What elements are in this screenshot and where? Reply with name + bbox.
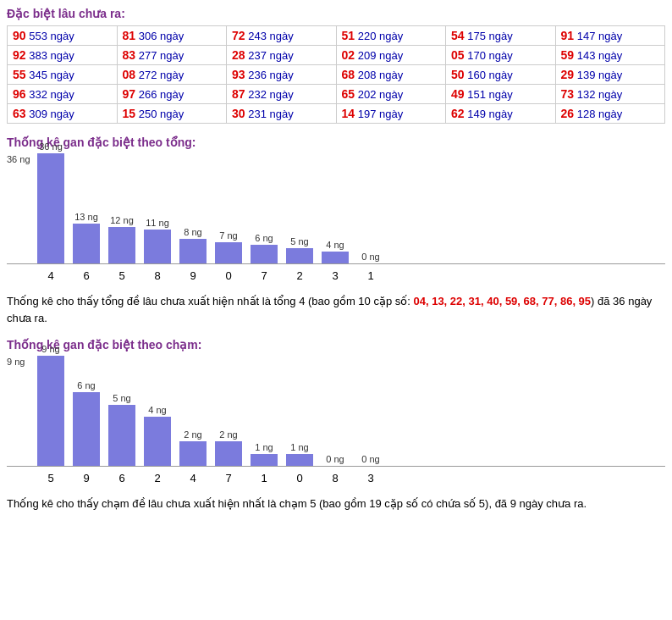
highlight-numbers: 04, 13, 22, 31, 40, 59, 68, 77, 86, 95	[413, 295, 591, 307]
bar-top-label: 11 ng	[146, 218, 169, 228]
number: 05	[451, 48, 465, 62]
bar-group: 8 ng9	[179, 227, 207, 263]
table-cell: 83 277 ngày	[117, 46, 227, 65]
bar-group: 1 ng1	[251, 442, 278, 466]
bar-top-label: 1 ng	[255, 442, 273, 452]
bar-top-label: 8 ng	[184, 227, 201, 237]
bar-rect	[322, 252, 349, 263]
bar-rect	[73, 224, 100, 263]
number: 30	[232, 107, 245, 120]
bar-rect	[251, 454, 278, 466]
bar-group: 0 ng1	[357, 252, 384, 263]
bar-group: 4 ng2	[144, 405, 171, 466]
bar-rect	[73, 392, 100, 466]
bar-group: 2 ng7	[215, 429, 242, 466]
days: 383 ngày	[29, 49, 74, 62]
bar-rect	[286, 454, 313, 466]
bar-bottom-label: 9	[83, 472, 89, 484]
number: 63	[13, 107, 26, 120]
number: 50	[451, 68, 465, 81]
bar-bottom-label: 6	[118, 472, 124, 484]
bar-top-label: 0 ng	[326, 454, 344, 464]
days: 266 ngày	[139, 88, 185, 101]
table-cell: 91 147 ngày	[555, 26, 665, 46]
bar-bottom-label: 4	[190, 472, 196, 484]
number: 92	[13, 48, 26, 62]
number: 81	[123, 29, 136, 42]
bar-group: 5 ng6	[108, 393, 135, 466]
bar-group: 13 ng6	[73, 212, 100, 263]
number: 59	[561, 48, 575, 62]
bar-rect	[286, 248, 313, 263]
days: 209 ngày	[358, 49, 404, 62]
bar-rect	[215, 242, 242, 263]
table-cell: 05 170 ngày	[446, 46, 556, 65]
table-cell: 92 383 ngày	[8, 46, 118, 65]
days: 149 ngày	[467, 108, 513, 120]
table-cell: 14 197 ngày	[336, 104, 446, 124]
days: 332 ngày	[29, 88, 74, 101]
number: 54	[451, 29, 465, 42]
days: 236 ngày	[248, 69, 294, 81]
number: 91	[561, 29, 575, 42]
days: 232 ngày	[248, 88, 294, 101]
bar-top-label: 9 ng	[41, 344, 59, 354]
number: 28	[232, 48, 245, 62]
bar-group: 7 ng0	[215, 230, 242, 263]
bar-top-label: 12 ng	[110, 215, 134, 225]
bar-top-label: 6 ng	[255, 233, 273, 243]
bar-bottom-label: 0	[296, 472, 302, 484]
number: 29	[561, 68, 575, 81]
table-cell: 02 209 ngày	[336, 46, 446, 65]
number: 83	[123, 48, 136, 62]
bar-rect	[179, 441, 207, 466]
days: 175 ngày	[467, 30, 513, 42]
bar-group: 0 ng8	[322, 454, 349, 466]
section2-desc: Thống kê cho thấy tổng đề lâu chưa xuất …	[7, 293, 665, 326]
number: 51	[342, 29, 355, 42]
number: 49	[451, 87, 465, 101]
bar-top-label: 2 ng	[184, 429, 201, 440]
days: 231 ngày	[248, 108, 294, 120]
table-cell: 29 139 ngày	[555, 65, 665, 85]
y-axis-label: 9 ng	[7, 357, 25, 367]
section1: Đặc biệt lâu chưa ra: 90 553 ngày81 306 …	[7, 7, 665, 124]
table-cell: 93 236 ngày	[227, 65, 337, 85]
bar-rect	[144, 417, 171, 466]
table-cell: 08 272 ngày	[117, 65, 227, 85]
bar-group: 12 ng5	[108, 215, 135, 263]
number: 73	[561, 87, 575, 101]
bar-bottom-label: 4	[47, 269, 53, 282]
table-cell: 72 243 ngày	[227, 26, 337, 46]
number: 02	[342, 48, 355, 62]
bar-bottom-label: 7	[261, 269, 267, 282]
bar-bottom-label: 8	[154, 269, 160, 282]
section3: Thống kê gan đặc biệt theo chạm: 9 ng9 n…	[7, 338, 665, 512]
chart-cham: 9 ng9 ng56 ng95 ng64 ng22 ng42 ng71 ng11…	[7, 357, 665, 489]
section3-desc: Thống kê cho thấy chạm đề lâu chưa xuất …	[7, 495, 665, 512]
days: 345 ngày	[29, 69, 74, 81]
days: 197 ngày	[358, 108, 404, 120]
days: 250 ngày	[139, 108, 185, 120]
table-cell: 55 345 ngày	[8, 65, 118, 85]
number: 72	[232, 29, 245, 42]
bar-bottom-label: 1	[261, 472, 267, 484]
bar-top-label: 7 ng	[219, 230, 237, 241]
table-cell: 87 232 ngày	[227, 85, 337, 104]
days: 128 ngày	[577, 108, 623, 120]
bar-rect	[251, 245, 278, 263]
table-cell: 96 332 ngày	[8, 85, 118, 104]
days: 139 ngày	[577, 69, 623, 81]
bar-top-label: 13 ng	[74, 212, 98, 222]
bar-top-label: 6 ng	[77, 380, 95, 390]
bar-bottom-label: 8	[332, 472, 338, 484]
bar-bottom-label: 9	[190, 269, 196, 282]
bar-top-label: 4 ng	[326, 240, 344, 250]
bar-group: 4 ng3	[322, 240, 349, 263]
days: 243 ngày	[248, 30, 294, 42]
bar-top-label: 4 ng	[148, 405, 166, 415]
bar-group: 5 ng2	[286, 236, 313, 263]
number: 97	[123, 87, 136, 101]
section3-title: Thống kê gan đặc biệt theo chạm:	[7, 338, 665, 352]
bar-group: 2 ng4	[179, 429, 207, 466]
